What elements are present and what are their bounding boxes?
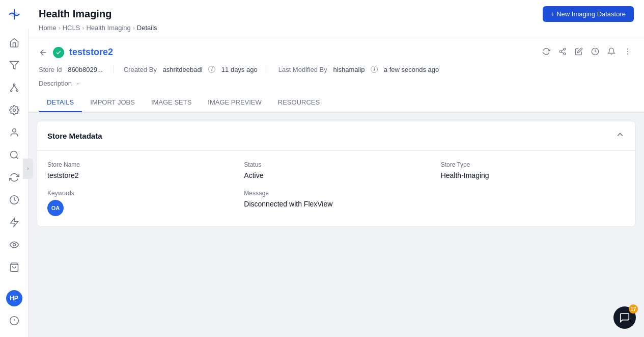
svg-line-22: [562, 49, 564, 51]
breadcrumb-hcls[interactable]: HCLS: [63, 24, 80, 32]
sidebar-item-waves[interactable]: [4, 235, 24, 255]
store-meta-divider-2: [268, 65, 268, 73]
metadata-store-name: Store Name teststore2: [47, 161, 232, 179]
sidebar-collapse-btn[interactable]: ›: [23, 159, 33, 179]
store-refresh-btn[interactable]: [540, 45, 552, 59]
created-by-label: Created By: [124, 66, 157, 73]
store-more-btn[interactable]: [622, 45, 634, 59]
tab-details[interactable]: DETAILS: [39, 93, 82, 112]
sidebar-item-user[interactable]: [4, 122, 24, 143]
created-by-info-icon[interactable]: i: [208, 66, 215, 73]
sidebar-item-location[interactable]: [4, 145, 24, 165]
store-type-label: Store Type: [441, 161, 625, 168]
status-field-value: Active: [244, 171, 428, 179]
breadcrumb-sep-3: ›: [133, 24, 135, 32]
chat-badge: 17: [629, 304, 638, 314]
svg-point-26: [627, 54, 628, 55]
svg-point-3: [10, 90, 12, 91]
sidebar-item-home[interactable]: [4, 33, 24, 53]
sidebar-item-filter[interactable]: [4, 55, 24, 75]
store-share-btn[interactable]: [556, 45, 569, 59]
tab-import-jobs[interactable]: IMPORT JOBS: [82, 93, 143, 112]
sidebar-item-cycle[interactable]: [4, 167, 24, 188]
status-label: Status: [244, 161, 428, 168]
metadata-grid-row1: Store Name teststore2 Status Active Stor…: [47, 161, 625, 179]
svg-marker-1: [10, 62, 18, 69]
store-actions: [540, 45, 634, 59]
svg-point-8: [12, 129, 16, 133]
store-meta: Store Id 860b8029... Created By ashritde…: [29, 65, 644, 80]
tab-image-preview[interactable]: IMAGE PREVIEW: [200, 93, 269, 112]
metadata-collapse-btn[interactable]: [615, 129, 625, 142]
store-name-row: teststore2: [39, 47, 113, 58]
sidebar-item-clock[interactable]: [4, 190, 24, 210]
chat-widget[interactable]: 17: [613, 306, 636, 329]
svg-point-2: [13, 84, 15, 86]
svg-point-9: [10, 151, 17, 158]
svg-marker-12: [10, 218, 18, 227]
svg-point-13: [13, 244, 15, 246]
store-id-item: Store Id 860b8029...: [39, 66, 113, 73]
back-button[interactable]: [39, 48, 48, 57]
store-id-value: 860b8029...: [68, 66, 103, 73]
svg-point-18: [564, 48, 566, 50]
store-description: Description -: [29, 80, 644, 93]
breadcrumb-home[interactable]: Home: [39, 24, 57, 32]
breadcrumb: Home › HCLS › Health Imaging › Details: [39, 24, 634, 37]
message-label: Message: [244, 190, 428, 197]
message-field-value: Disconnected with FlexView: [244, 200, 428, 208]
created-by-value: ashritdeebadi: [163, 66, 203, 73]
keyword-badge-oa[interactable]: OA: [47, 200, 64, 216]
store-edit-btn[interactable]: [573, 45, 585, 59]
store-type-field-value: Health-Imaging: [441, 171, 625, 179]
tab-resources[interactable]: RESOURCES: [270, 93, 328, 112]
store-id-label: Store Id: [39, 66, 62, 73]
breadcrumb-current: Details: [137, 24, 157, 32]
last-modified-time: a few seconds ago: [384, 66, 439, 73]
breadcrumb-health-imaging[interactable]: Health Imaging: [86, 24, 130, 32]
store-history-btn[interactable]: [589, 45, 601, 59]
store-name-field-value: teststore2: [47, 171, 232, 179]
sidebar-logo: [0, 0, 29, 29]
last-modified-value: hishamalip: [333, 66, 365, 73]
svg-point-25: [627, 51, 628, 52]
metadata-status: Status Active: [244, 161, 428, 179]
store-name-label: Store Name: [47, 161, 232, 168]
svg-point-24: [627, 48, 628, 49]
created-by-item: Created By ashritdeebadi i 11 days ago: [124, 66, 268, 73]
metadata-message: Message Disconnected with FlexView: [244, 190, 428, 216]
sidebar-bottom: HP: [4, 284, 24, 337]
detail-area: teststore2: [29, 37, 644, 337]
svg-point-19: [559, 50, 562, 53]
sidebar: HP ›: [0, 0, 29, 337]
store-detail-header: teststore2: [29, 37, 644, 65]
sidebar-item-nodes[interactable]: [4, 77, 24, 98]
metadata-header: Store Metadata: [37, 121, 635, 151]
description-label: Description: [39, 80, 72, 87]
sidebar-item-info[interactable]: [4, 310, 24, 331]
top-header: Health Imaging + New Imaging Datastore H…: [29, 0, 644, 37]
svg-line-5: [11, 86, 14, 90]
store-meta-divider-1: [113, 65, 114, 73]
metadata-section: Store Metadata Store Name teststore2 Sta…: [37, 121, 636, 227]
metadata-body: Store Name teststore2 Status Active Stor…: [37, 151, 635, 226]
tab-image-sets[interactable]: IMAGE SETS: [143, 93, 200, 112]
svg-point-20: [564, 53, 566, 55]
store-title[interactable]: teststore2: [69, 47, 113, 58]
svg-point-7: [13, 109, 15, 112]
page-title: Health Imaging: [39, 8, 111, 20]
last-modified-info-icon[interactable]: i: [371, 66, 378, 73]
sidebar-nav: [4, 29, 24, 284]
created-by-time: 11 days ago: [221, 66, 258, 73]
store-bell-btn[interactable]: [605, 45, 618, 59]
user-avatar[interactable]: HP: [6, 290, 22, 306]
metadata-title: Store Metadata: [47, 132, 102, 140]
new-datastore-button[interactable]: + New Imaging Datastore: [543, 6, 634, 22]
description-value: -: [77, 80, 79, 87]
store-status-icon: [53, 47, 64, 58]
last-modified-item: Last Modified By hishamalip i a few seco…: [278, 66, 450, 73]
sidebar-item-bag[interactable]: [4, 257, 24, 277]
sidebar-item-lightning[interactable]: [4, 212, 24, 232]
sidebar-item-settings[interactable]: [4, 100, 24, 120]
breadcrumb-sep-1: ›: [59, 24, 61, 32]
